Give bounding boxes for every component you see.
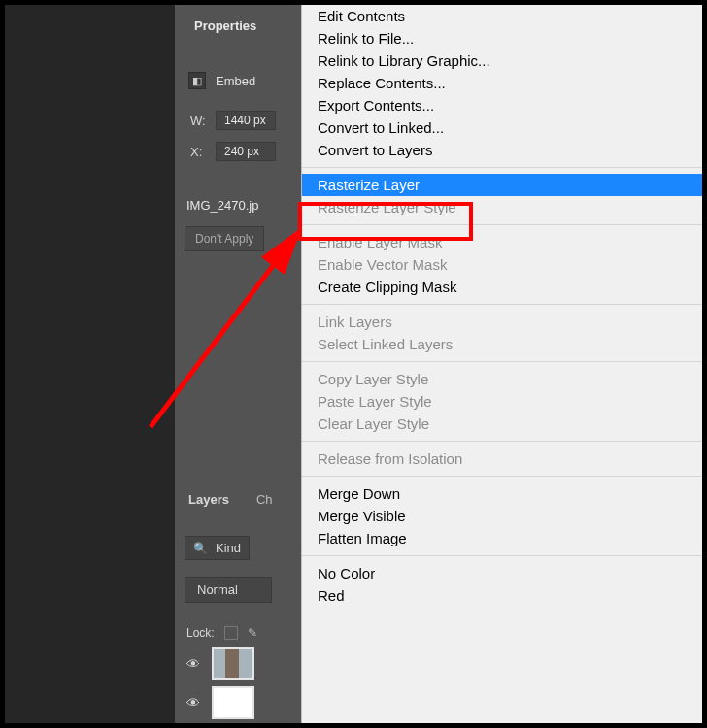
visibility-icon[interactable]: 👁 <box>185 656 202 672</box>
layer-context-menu: Edit ContentsRelink to File...Relink to … <box>301 5 702 723</box>
lock-transparency-icon[interactable] <box>224 626 238 640</box>
dont-apply-button: Don't Apply <box>185 226 264 251</box>
panel-title: Properties <box>175 5 301 33</box>
kind-label: Kind <box>216 541 241 555</box>
smart-object-icon: ◧ <box>188 72 206 89</box>
x-input[interactable]: 240 px <box>216 142 276 161</box>
menu-item-replace-contents[interactable]: Replace Contents... <box>302 72 702 94</box>
filter-kind[interactable]: 🔍 Kind <box>185 536 250 560</box>
menu-item-link-layers: Link Layers <box>302 311 702 333</box>
canvas-area <box>5 5 175 723</box>
menu-item-rasterize-layer-style: Rasterize Layer Style <box>302 196 702 218</box>
properties-panel: Properties ◧ Embed W: 1440 px X: 240 px … <box>175 5 301 723</box>
menu-item-create-clipping-mask[interactable]: Create Clipping Mask <box>302 276 702 298</box>
menu-item-rasterize-layer[interactable]: Rasterize Layer <box>302 174 702 196</box>
menu-item-relink-to-library-graphic[interactable]: Relink to Library Graphic... <box>302 50 702 72</box>
menu-item-copy-layer-style: Copy Layer Style <box>302 368 702 390</box>
lock-row: Lock: ✎ <box>186 626 257 640</box>
search-icon: 🔍 <box>193 542 208 555</box>
menu-item-enable-vector-mask: Enable Vector Mask <box>302 253 702 276</box>
menu-item-merge-visible[interactable]: Merge Visible <box>302 505 702 527</box>
tab-layers[interactable]: Layers <box>175 484 243 514</box>
layer-row-1[interactable]: 👁 <box>185 647 254 680</box>
menu-separator <box>302 167 702 168</box>
menu-item-enable-layer-mask: Enable Layer Mask <box>302 231 702 253</box>
menu-item-export-contents[interactable]: Export Contents... <box>302 94 702 116</box>
menu-item-clear-layer-style: Clear Layer Style <box>302 413 702 435</box>
app-frame: Properties ◧ Embed W: 1440 px X: 240 px … <box>5 5 702 723</box>
menu-item-convert-to-layers[interactable]: Convert to Layers <box>302 139 702 161</box>
w-label: W: <box>190 114 208 128</box>
lock-label: Lock: <box>186 626 215 640</box>
menu-item-no-color[interactable]: No Color <box>302 562 702 584</box>
menu-separator <box>302 555 702 556</box>
menu-item-select-linked-layers: Select Linked Layers <box>302 333 702 355</box>
menu-item-relink-to-file[interactable]: Relink to File... <box>302 27 702 50</box>
lock-brush-icon[interactable]: ✎ <box>248 626 257 640</box>
menu-separator <box>302 304 702 305</box>
menu-item-flatten-image[interactable]: Flatten Image <box>302 527 702 549</box>
menu-item-red[interactable]: Red <box>302 584 702 607</box>
embed-row[interactable]: ◧ Embed <box>188 72 301 89</box>
menu-separator <box>302 441 702 442</box>
blend-mode-select[interactable]: Normal <box>185 577 272 603</box>
menu-item-convert-to-linked[interactable]: Convert to Linked... <box>302 116 702 139</box>
x-label: X: <box>190 145 208 159</box>
menu-item-edit-contents[interactable]: Edit Contents <box>302 5 702 27</box>
menu-separator <box>302 361 702 362</box>
menu-separator <box>302 476 702 477</box>
layer-row-2[interactable]: 👁 <box>185 686 254 719</box>
tab-channels[interactable]: Ch <box>243 484 286 514</box>
menu-item-release-from-isolation: Release from Isolation <box>302 447 702 470</box>
menu-item-paste-layer-style: Paste Layer Style <box>302 390 702 413</box>
embed-label: Embed <box>216 74 255 88</box>
x-row: X: 240 px <box>190 142 301 161</box>
menu-separator <box>302 224 702 225</box>
layer-thumbnail[interactable] <box>212 686 254 719</box>
width-row: W: 1440 px <box>190 111 301 130</box>
visibility-icon[interactable]: 👁 <box>185 695 202 711</box>
panel-tabs: Layers Ch <box>175 484 286 514</box>
layer-thumbnail[interactable] <box>212 647 254 680</box>
source-filename: IMG_2470.jp <box>186 198 301 213</box>
width-input[interactable]: 1440 px <box>216 111 276 130</box>
menu-item-merge-down[interactable]: Merge Down <box>302 482 702 505</box>
